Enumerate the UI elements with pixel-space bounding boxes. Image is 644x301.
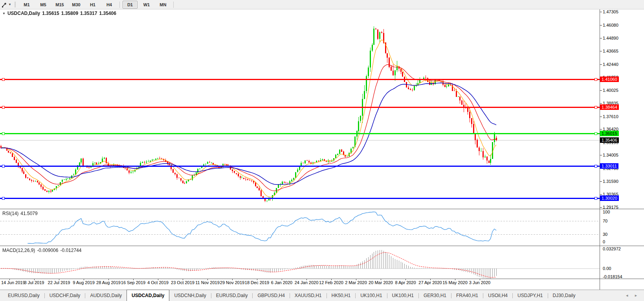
price-axis-tick: 1.44890 bbox=[603, 36, 618, 40]
hline-price-label: 1.38464 bbox=[600, 104, 619, 110]
price-axis-tick: 1.34005 bbox=[603, 153, 618, 157]
price-axis-tick: 1.42440 bbox=[603, 62, 618, 67]
symbol-tab-bar: EURUSD,DailyUSDCHF,DailyAUDUSD,DailyUSDC… bbox=[0, 290, 644, 301]
date-axis-label: 27 Apr 2020 bbox=[418, 280, 442, 285]
price-axis-tick-mark bbox=[600, 155, 602, 155]
timeframe-d1[interactable]: D1 bbox=[123, 1, 138, 9]
date-axis-label: 18 Dec 2019 bbox=[245, 280, 269, 285]
date-axis-label: 4 Oct 2019 bbox=[147, 280, 169, 285]
tab-scroll-arrows: ◄ ► bbox=[625, 290, 638, 301]
timeframe-mn[interactable]: MN bbox=[156, 1, 171, 9]
tab-scroll-left-icon[interactable]: ◄ bbox=[625, 294, 629, 297]
tab-ger30-h1[interactable]: GER30,H1 bbox=[419, 290, 451, 301]
price-axis-tick: 1.37610 bbox=[603, 114, 618, 119]
price-axis-tick-mark bbox=[600, 12, 602, 12]
rsi-axis-label: 0 bbox=[603, 239, 605, 244]
price-axis-tick: 1.46080 bbox=[603, 23, 618, 27]
tab-usoil-h4[interactable]: USOil,H4 bbox=[483, 290, 512, 301]
date-axis-label: 14 Jun 2019 bbox=[1, 280, 25, 285]
date-axis-label: 23 Oct 2019 bbox=[171, 280, 194, 285]
title-collapse-icon[interactable]: ▼ bbox=[2, 12, 6, 15]
bid-price-label: 1.35406 bbox=[600, 137, 619, 143]
axis-border bbox=[600, 9, 600, 290]
timeframe-h1[interactable]: H1 bbox=[85, 1, 100, 9]
price-axis-tick: 1.31590 bbox=[603, 179, 618, 184]
tab-fra40-h1[interactable]: FRA40,H1 bbox=[451, 290, 483, 301]
hline-price-label: 1.30020 bbox=[600, 195, 619, 201]
price-axis-tick-mark bbox=[600, 181, 602, 182]
rsi-name: RSI(14) bbox=[2, 211, 18, 216]
rsi-axis-label: 70 bbox=[603, 219, 607, 223]
macd-pane-canvas[interactable] bbox=[0, 246, 600, 279]
date-axis-label: 29 Nov 2019 bbox=[220, 280, 244, 285]
hline-price-label: 1.41060 bbox=[600, 77, 619, 82]
date-axis-label: 12 Feb 2020 bbox=[319, 280, 343, 285]
pane-separator[interactable] bbox=[0, 246, 644, 246]
tab-eurusd-daily[interactable]: EURUSD,Daily bbox=[211, 290, 253, 301]
price-axis-tick-mark bbox=[600, 207, 602, 208]
toolbar-separator bbox=[173, 2, 174, 8]
timeframe-h4[interactable]: H4 bbox=[102, 1, 117, 9]
price-axis-tick: 1.43665 bbox=[603, 49, 618, 53]
date-axis-label: 24 Jan 2020 bbox=[295, 280, 319, 285]
macd-signal-value: -0.012744 bbox=[60, 248, 81, 253]
tab-hk50-h1[interactable]: HK50,H1 bbox=[327, 290, 356, 301]
macd-axis-label: 0.00 bbox=[603, 266, 611, 271]
chart-cursor-icon bbox=[2, 2, 7, 7]
timeframe-m15[interactable]: M15 bbox=[52, 1, 67, 9]
price-pane-canvas[interactable] bbox=[0, 9, 600, 209]
price-axis-tick: 1.40025 bbox=[603, 88, 618, 93]
price-axis-tick-mark bbox=[600, 117, 602, 117]
date-axis-label: 8 Apr 2020 bbox=[395, 280, 416, 285]
date-axis-label: 15 May 2020 bbox=[442, 280, 468, 285]
tab-uk100-h1[interactable]: UK100,H1 bbox=[387, 290, 418, 301]
tab-usdcad-daily[interactable]: USDCAD,Daily bbox=[127, 290, 169, 301]
ohlc-open: 1.35615 bbox=[42, 11, 59, 16]
price-axis-tick: 1.47305 bbox=[603, 9, 618, 14]
timeframe-w1[interactable]: W1 bbox=[139, 1, 154, 9]
tab-gbpusd-h4[interactable]: GBPUSD,H4 bbox=[253, 290, 289, 301]
hline-price-label: 1.36015 bbox=[600, 131, 619, 136]
ohlc-low: 1.35317 bbox=[80, 11, 97, 16]
date-axis-label: 9 Aug 2019 bbox=[73, 280, 95, 285]
tab-dj30-daily[interactable]: DJ30,Daily bbox=[548, 290, 580, 301]
timeframe-m30[interactable]: M30 bbox=[69, 1, 84, 9]
rsi-axis-label: 100 bbox=[603, 210, 610, 214]
macd-label: MACD(12,26,9)-0.009006-0.012744 bbox=[2, 248, 83, 253]
date-axis-label: 28 Aug 2019 bbox=[96, 280, 121, 285]
price-axis-tick-mark bbox=[600, 38, 602, 38]
chart-cursor-tool-button[interactable]: ▼ bbox=[1, 1, 12, 9]
tabbar-left-pad bbox=[0, 290, 3, 301]
timeframe-group-intraday: M1M5M15M30H1H4 bbox=[18, 1, 117, 9]
chart-symbol-period: USDCAD,Daily bbox=[7, 11, 40, 16]
toolbar-separator bbox=[119, 2, 120, 8]
price-axis-tick-mark bbox=[600, 64, 602, 65]
tab-audusd-daily[interactable]: AUDUSD,Daily bbox=[85, 290, 127, 301]
toolbar-grip[interactable] bbox=[15, 2, 16, 7]
ohlc-close: 1.35406 bbox=[99, 11, 116, 16]
timeframe-m1[interactable]: M1 bbox=[19, 1, 34, 9]
tab-usdchf-daily[interactable]: USDCHF,Daily bbox=[45, 290, 85, 301]
tab-uk100-h1[interactable]: UK100,H1 bbox=[356, 290, 387, 301]
tab-xauusd-h1[interactable]: XAUUSD,H1 bbox=[290, 290, 327, 301]
timeframe-m5[interactable]: M5 bbox=[36, 1, 51, 9]
price-axis-tick-mark bbox=[600, 194, 602, 195]
tab-scroll-right-icon[interactable]: ► bbox=[634, 294, 638, 297]
pane-separator[interactable] bbox=[0, 209, 644, 209]
chart-title: ▼USDCAD,Daily1.356151.358091.353171.3540… bbox=[2, 11, 118, 16]
date-axis-label: 3 Jul 2019 bbox=[24, 280, 44, 285]
macd-axis-label: 0.032972 bbox=[603, 246, 621, 251]
chevron-down-icon: ▼ bbox=[8, 3, 11, 6]
price-axis-tick-mark bbox=[600, 103, 602, 104]
macd-name: MACD(12,26,9) bbox=[2, 248, 35, 253]
rsi-pane-canvas[interactable] bbox=[0, 210, 600, 246]
price-axis-tick-mark bbox=[600, 129, 602, 130]
date-axis-label: 2 Mar 2020 bbox=[345, 280, 367, 285]
tab-eurusd-daily[interactable]: EURUSD,Daily bbox=[3, 290, 44, 301]
tabs-wrap: EURUSD,DailyUSDCHF,DailyAUDUSD,DailyUSDC… bbox=[3, 290, 580, 301]
tab-usdcnh-daily[interactable]: USDCNH,Daily bbox=[169, 290, 211, 301]
date-axis-label: 11 Nov 2019 bbox=[195, 280, 220, 285]
date-axis-label: 3 Jun 2020 bbox=[469, 280, 490, 285]
tab-usdjpy-h1[interactable]: USDJPY,H1 bbox=[513, 290, 547, 301]
price-axis-tick-mark bbox=[600, 90, 602, 91]
